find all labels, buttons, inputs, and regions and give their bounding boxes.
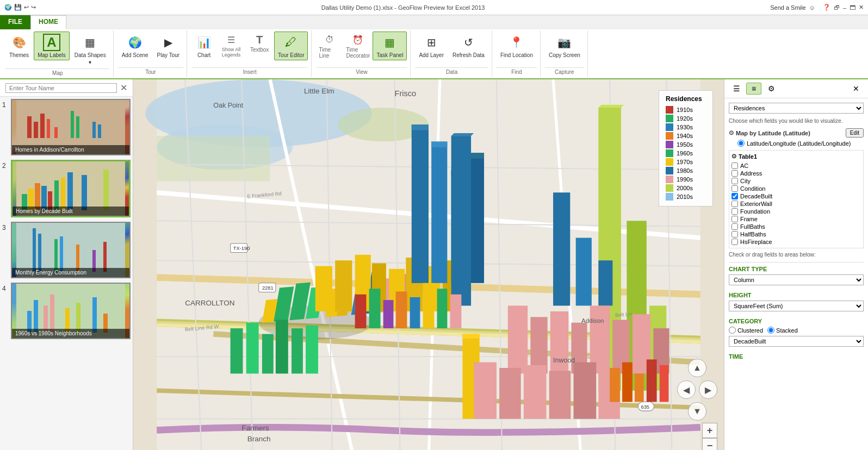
tour-editor-button[interactable]: 🖊 Tour Editor bbox=[274, 32, 308, 60]
svg-rect-128 bbox=[499, 368, 521, 419]
tab-file[interactable]: FILE bbox=[0, 15, 30, 29]
field-checkbox[interactable] bbox=[731, 178, 738, 184]
chart-type-select[interactable]: Column bbox=[729, 274, 864, 285]
ribbon-content: 🎨 Themes A Map Labels ▦ Data Shapes▾ Map… bbox=[0, 29, 868, 78]
show-legends-icon: ☰ bbox=[225, 33, 238, 46]
svg-text:Farmers: Farmers bbox=[241, 424, 269, 432]
restore-btn[interactable]: 🗗 bbox=[834, 4, 840, 11]
panel-list-icon[interactable]: ≡ bbox=[746, 83, 761, 95]
legend-item: 1980s bbox=[666, 167, 706, 174]
textbox-button[interactable]: T Textbox bbox=[246, 32, 273, 54]
task-panel-button[interactable]: ▦ Task Panel bbox=[373, 32, 407, 60]
svg-rect-8 bbox=[92, 122, 96, 138]
tour-item[interactable]: 1 bbox=[2, 99, 131, 155]
svg-rect-116 bbox=[423, 283, 435, 328]
zoom-out-button[interactable]: − bbox=[702, 438, 717, 450]
add-scene-button[interactable]: 🌍 Add Scene bbox=[118, 32, 152, 60]
svg-rect-9 bbox=[98, 124, 101, 138]
play-tour-button[interactable]: ▶ Play Tour bbox=[153, 32, 184, 60]
tour-thumb-2[interactable]: Homes by Decade Built bbox=[11, 160, 131, 217]
add-layer-button[interactable]: ⊞ Add Layer bbox=[415, 32, 448, 60]
pan-up-button[interactable]: ▲ bbox=[688, 359, 706, 377]
clustered-radio[interactable] bbox=[729, 327, 736, 334]
tour-close-button[interactable]: ✕ bbox=[120, 83, 127, 93]
time-decorator-button[interactable]: ⏰ Time Decorator bbox=[344, 32, 371, 60]
insert-group-items: 📊 Chart ☰ Show All Legends T Textbox 🖊 T… bbox=[191, 32, 308, 66]
smiley-icon[interactable]: ☺ bbox=[809, 4, 815, 11]
tab-home[interactable]: HOME bbox=[30, 15, 66, 29]
show-legends-button[interactable]: ☰ Show All Legends bbox=[218, 32, 245, 59]
lat-lng-radio[interactable] bbox=[737, 140, 745, 147]
legend-item: 1910s bbox=[666, 106, 706, 114]
panel-header-icons: ☰ ≡ ⚙ bbox=[729, 83, 779, 95]
refresh-data-button[interactable]: ↺ Refresh Data bbox=[449, 32, 488, 60]
panel-settings-icon[interactable]: ⚙ bbox=[764, 83, 779, 95]
chart-button[interactable]: 📊 Chart bbox=[191, 32, 216, 60]
category-select[interactable]: DecadeBuilt bbox=[729, 336, 864, 347]
svg-rect-43 bbox=[157, 136, 270, 181]
field-checkbox[interactable] bbox=[731, 170, 738, 177]
copy-screen-button[interactable]: 📷 Copy Screen bbox=[545, 32, 584, 60]
zoom-in-button[interactable]: + bbox=[702, 423, 717, 438]
map-area[interactable]: Frisco Little Elm Oak Point CARROLLTON F… bbox=[133, 79, 724, 450]
svg-rect-86 bbox=[412, 124, 429, 283]
legend-item: 1970s bbox=[666, 158, 706, 166]
height-select[interactable]: SquareFeet (Sum) bbox=[729, 301, 864, 311]
svg-rect-2 bbox=[34, 122, 38, 138]
pan-right-button[interactable]: ▶ bbox=[699, 380, 717, 399]
themes-button[interactable]: 🎨 Themes bbox=[5, 32, 33, 60]
field-checkbox[interactable] bbox=[731, 193, 738, 199]
svg-rect-117 bbox=[437, 289, 448, 328]
field-checkbox-row: Frame bbox=[731, 215, 861, 223]
field-checkbox-row: Address bbox=[731, 170, 861, 177]
time-line-button[interactable]: ⏱ Time Line bbox=[316, 32, 343, 60]
tour-thumb-1[interactable]: Homes in Addison/Carrollton bbox=[11, 99, 131, 155]
field-checkbox-row: Condition bbox=[731, 185, 861, 192]
quick-access-save[interactable]: 💾 bbox=[14, 4, 22, 11]
svg-rect-18 bbox=[67, 172, 73, 210]
stacked-radio[interactable] bbox=[767, 327, 774, 334]
field-checkbox[interactable] bbox=[731, 208, 738, 215]
tour-name-input[interactable] bbox=[5, 83, 117, 93]
map-by-header[interactable]: ⊙ Map by Latitude (Latitude) Edit bbox=[729, 128, 864, 138]
lat-lng-row: Latitude/Longitude (Latitude/Longitude) bbox=[737, 140, 864, 147]
edit-button[interactable]: Edit bbox=[846, 128, 864, 138]
map-labels-button[interactable]: A Map Labels bbox=[34, 32, 70, 60]
field-checkbox[interactable] bbox=[731, 231, 738, 238]
tour-item[interactable]: 2 bbox=[2, 160, 131, 217]
table1-toggle-icon: ⊙ bbox=[731, 153, 736, 160]
clustered-label[interactable]: Clustered bbox=[729, 327, 763, 334]
field-checkbox[interactable] bbox=[731, 201, 738, 207]
svg-marker-95 bbox=[451, 133, 474, 136]
data-shapes-button[interactable]: ▦ Data Shapes▾ bbox=[71, 32, 110, 67]
data-shapes-icon: ▦ bbox=[82, 34, 99, 51]
find-location-button[interactable]: 📍 Find Location bbox=[497, 32, 537, 60]
field-checkbox[interactable] bbox=[731, 185, 738, 192]
tour-thumb-3[interactable]: Monthly Energy Consumption bbox=[11, 222, 131, 278]
pan-left-button[interactable]: ◀ bbox=[677, 380, 696, 399]
panel-layers-icon[interactable]: ☰ bbox=[729, 83, 744, 95]
send-smile-label[interactable]: Send a Smile bbox=[770, 4, 805, 11]
table1-header[interactable]: ⊙ Table1 bbox=[731, 153, 861, 160]
close-btn[interactable]: ✕ bbox=[859, 4, 864, 11]
layer-select[interactable]: Residences bbox=[729, 103, 864, 114]
pan-down-button[interactable]: ▼ bbox=[688, 402, 706, 421]
svg-rect-94 bbox=[451, 136, 471, 305]
tour-item[interactable]: 3 Monthly Ene bbox=[2, 222, 131, 278]
svg-text:bing: bing bbox=[163, 447, 189, 450]
quick-access-redo[interactable]: ↪ bbox=[31, 4, 36, 11]
svg-rect-121 bbox=[231, 328, 243, 373]
maximize-btn[interactable]: 🗖 bbox=[850, 4, 855, 11]
quick-access-undo[interactable]: ↩ bbox=[24, 4, 29, 11]
ribbon-group-tour: 🌍 Add Scene ▶ Play Tour Tour bbox=[115, 30, 187, 77]
tour-thumb-4[interactable]: 1960s vs 1980s Neighborhoods bbox=[11, 283, 131, 339]
stacked-label[interactable]: Stacked bbox=[767, 327, 798, 334]
field-checkbox[interactable] bbox=[731, 216, 738, 222]
field-checkbox[interactable] bbox=[731, 223, 738, 230]
panel-close-button[interactable]: ✕ bbox=[848, 83, 864, 95]
minimize-btn[interactable]: – bbox=[843, 4, 846, 11]
field-checkbox[interactable] bbox=[731, 162, 738, 169]
help-btn[interactable]: ❓ bbox=[823, 4, 830, 11]
tour-item[interactable]: 4 bbox=[2, 283, 131, 339]
field-checkbox[interactable] bbox=[731, 239, 738, 245]
